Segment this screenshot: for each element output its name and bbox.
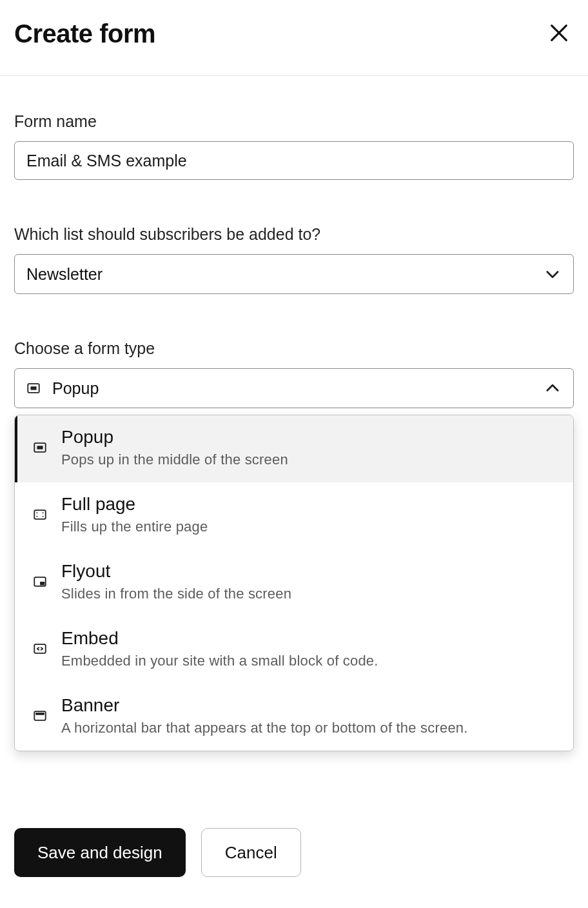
list-select-field: Which list should subscribers be added t… (14, 225, 574, 294)
form-type-option-flyout[interactable]: FlyoutSlides in from the side of the scr… (15, 549, 573, 617)
form-type-option-popup[interactable]: PopupPops up in the middle of the screen (15, 415, 573, 482)
option-description: A horizontal bar that appears at the top… (61, 720, 468, 736)
form-type-select[interactable]: Popup (14, 368, 574, 408)
svg-rect-13 (35, 713, 44, 715)
form-type-label: Choose a form type (14, 339, 574, 358)
popup-icon (33, 440, 47, 455)
dialog-body: Form name Which list should subscribers … (0, 76, 588, 796)
create-form-dialog: Create form Form name Which list should … (0, 0, 588, 908)
option-description: Slides in from the side of the screen (61, 586, 291, 602)
svg-point-8 (43, 516, 44, 517)
list-select-value: Newsletter (26, 265, 103, 284)
option-title: Popup (61, 427, 288, 448)
form-type-field: Choose a form type Popup PopupPops up in… (14, 339, 574, 751)
option-title: Banner (61, 695, 468, 716)
form-type-option-banner[interactable]: BannerA horizontal bar that appears at t… (15, 684, 573, 751)
svg-rect-10 (40, 582, 44, 586)
svg-rect-4 (34, 510, 45, 519)
close-icon (548, 36, 570, 46)
svg-rect-11 (34, 644, 45, 653)
form-name-input[interactable] (14, 141, 574, 180)
form-name-field: Form name (14, 112, 574, 180)
svg-rect-3 (37, 446, 43, 449)
option-description: Fills up the entire page (61, 518, 208, 535)
dialog-header: Create form (0, 0, 588, 76)
svg-rect-1 (30, 386, 36, 390)
chevron-up-icon (544, 379, 562, 397)
chevron-down-icon (544, 265, 562, 283)
form-type-option-fullpage[interactable]: Full pageFills up the entire page (15, 482, 573, 549)
svg-point-5 (37, 512, 38, 513)
svg-point-7 (37, 516, 38, 517)
form-name-label: Form name (14, 112, 574, 131)
form-type-value: Popup (52, 379, 99, 398)
list-select[interactable]: Newsletter (14, 254, 574, 294)
dialog-footer: Save and design Cancel (0, 796, 588, 908)
option-title: Flyout (61, 561, 291, 582)
close-button[interactable] (544, 18, 574, 50)
embed-icon (33, 642, 47, 656)
popup-icon (26, 381, 41, 395)
banner-icon (33, 709, 47, 723)
save-and-design-button[interactable]: Save and design (14, 828, 186, 877)
form-type-option-embed[interactable]: EmbedEmbedded in your site with a small … (15, 617, 573, 684)
dialog-title: Create form (14, 19, 155, 48)
option-title: Embed (61, 628, 378, 649)
option-title: Full page (61, 494, 208, 515)
option-description: Embedded in your site with a small block… (61, 653, 378, 669)
cancel-button[interactable]: Cancel (201, 828, 301, 877)
option-description: Pops up in the middle of the screen (61, 451, 288, 468)
fullpage-icon (33, 508, 47, 522)
form-type-dropdown: PopupPops up in the middle of the screen… (14, 415, 574, 751)
svg-point-6 (43, 512, 44, 513)
flyout-icon (33, 575, 47, 589)
list-select-label: Which list should subscribers be added t… (14, 225, 574, 244)
